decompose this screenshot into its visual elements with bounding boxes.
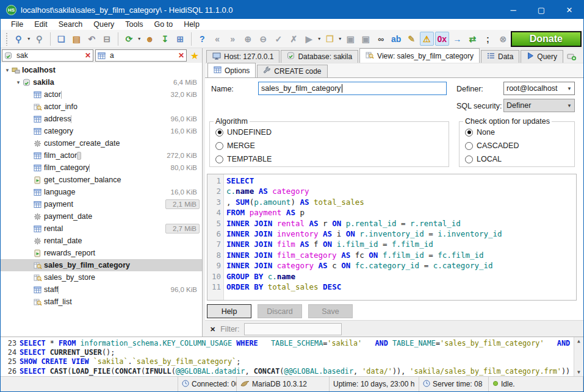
help-button[interactable]: Help [207,304,251,318]
bind-params-icon[interactable]: ⇄ [466,32,480,46]
menu-search[interactable]: Search [53,20,88,29]
export-database-icon[interactable]: ↧ [158,32,172,46]
find-icon[interactable]: ∞ [374,32,388,46]
donate-button[interactable]: Donate [511,31,582,47]
clear-table-filter-icon[interactable]: ✕ [178,51,184,60]
menu-query[interactable]: Query [88,20,120,29]
replace-icon[interactable]: ab [389,32,403,46]
definer-combobox[interactable]: root@localhost▼ [503,82,575,95]
save-button[interactable]: Save [308,304,353,318]
algorithm-option-merge[interactable]: MERGE [210,139,449,152]
filter-input[interactable] [244,323,342,335]
save-settings-icon[interactable]: ⊞ [173,32,187,46]
tree-item-payment[interactable]: payment2,1 MiB [1,198,202,210]
menu-help[interactable]: Help [178,20,205,29]
tree-item-customer_create_date[interactable]: customer_create_date [1,137,202,149]
tree-item-rewards_report[interactable]: rewards_report [1,247,202,259]
refresh-icon[interactable]: ⟳ [122,32,136,46]
menu-tools[interactable]: Tools [120,20,148,29]
load-sql-file-icon[interactable]: ❒ [323,32,337,46]
check-option-option-cascaded[interactable]: CASCADED [460,139,574,152]
save-sql-as-icon[interactable]: ▣ [359,32,373,46]
tab-query[interactable]: Query [521,50,563,63]
session-manager-icon[interactable]: ⚲ [12,32,26,46]
tree-item-sakila[interactable]: ▾sakila6,4 MiB [1,76,202,88]
chevron-down-icon[interactable]: ▼ [26,32,32,46]
tab-view[interactable]: View: sales_by_film_category [359,48,480,63]
menu-go-to[interactable]: Go to [149,20,179,29]
tab-data[interactable]: Data [481,50,519,63]
chevron-down-icon[interactable]: ▼ [137,32,142,46]
tab-database[interactable]: Database: sakila [281,50,358,63]
tree-item-actor[interactable]: actor32,0 KiB [1,88,202,101]
print-icon[interactable]: ⊟ [100,32,114,46]
menu-file[interactable]: File [5,20,29,29]
database-filter-input[interactable]: sak [16,51,83,60]
save-sql-icon[interactable]: ▣ [344,32,358,46]
table-filter-input[interactable]: a [110,51,176,60]
discard-button[interactable]: Discard [258,304,302,318]
stop-icon[interactable]: ⊗ [496,32,510,46]
close-button[interactable]: ✕ [555,1,583,19]
paste-icon[interactable]: ▤ [70,32,84,46]
tree-item-category[interactable]: category16,0 KiB [1,125,202,137]
radio-button[interactable] [215,129,223,137]
delete-row-icon[interactable]: ⊖ [256,32,270,46]
expand-arrow-icon[interactable]: ▾ [3,67,12,73]
chevron-down-icon[interactable]: ▼ [337,32,343,46]
subtab-options[interactable]: Options [207,63,256,77]
tree-item-rental[interactable]: rental2,7 MiB [1,223,202,235]
user-manager-icon[interactable]: ☻ [143,32,157,46]
sql-code[interactable]: SELECTc.name AS category, SUM(p.amount) … [224,174,576,300]
disconnect-icon[interactable]: ⚲ [32,32,46,46]
check-option-option-none[interactable]: None [460,126,574,139]
subtab-create-code[interactable]: CREATE code [257,65,327,77]
tab-host[interactable]: Host: 127.0.0.1 [206,50,279,63]
tree-item-rental_date[interactable]: rental_date [1,235,202,247]
database-filter[interactable]: sak ✕ [2,49,93,62]
tree-item-address[interactable]: address96,0 KiB [1,113,202,125]
tree-item-staff[interactable]: staff96,0 KiB [1,283,202,296]
algorithm-option-undefined[interactable]: UNDEFINED [210,126,449,139]
indent-icon[interactable]: → [450,32,464,46]
algorithm-option-temptable[interactable]: TEMPTABLE [210,152,449,166]
help-icon[interactable]: ? [195,32,209,46]
sql-log-panel[interactable]: 23SELECT * FROM information_schema.KEY_C… [1,337,583,376]
tree-item-film_actor[interactable]: film_actor272,0 KiB [1,149,202,162]
tree-item-payment_date[interactable]: payment_date [1,210,202,223]
copy-icon[interactable]: ❏ [54,32,68,46]
scroll-up-icon[interactable]: ▲ [577,338,580,344]
tree-item-sales_by_store[interactable]: sales_by_store [1,271,202,283]
radio-button[interactable] [215,142,223,150]
maximize-button[interactable]: ▢ [527,1,555,19]
log-scrollbar[interactable]: ▲ ▼ [574,337,583,376]
delimiter-icon[interactable]: ; [481,32,495,46]
tree-item-localhost[interactable]: ▾localhost [1,64,202,76]
insert-row-icon[interactable]: ⊕ [241,32,255,46]
tree-item-get_customer_balance[interactable]: get_customer_balance [1,174,202,186]
chevron-down-icon[interactable]: ▼ [317,32,322,46]
radio-button[interactable] [465,129,473,137]
view-name-input[interactable]: sales_by_film_category [258,82,447,95]
post-changes-icon[interactable]: ✓ [272,32,286,46]
tree-item-sales_by_film_category[interactable]: sales_by_film_category [1,259,202,271]
table-filter[interactable]: a ✕ [95,49,187,62]
close-filter-icon[interactable]: ✕ [210,326,215,333]
blob-as-text-icon[interactable]: ⚠ [420,32,434,46]
new-query-tab-icon[interactable] [567,52,577,61]
undo-icon[interactable]: ↶ [85,32,99,46]
tree-item-language[interactable]: language16,0 KiB [1,186,202,198]
radio-button[interactable] [465,155,473,163]
menu-edit[interactable]: Edit [29,20,53,29]
expand-arrow-icon[interactable]: ▾ [14,79,23,85]
tree-item-actor_info[interactable]: actor_info [1,101,202,113]
execute-sql-icon[interactable]: ▶ [302,32,316,46]
clear-database-filter-icon[interactable]: ✕ [85,51,91,60]
sql-security-combobox[interactable]: Definer▼ [503,99,575,112]
scroll-down-icon[interactable]: ▼ [577,369,580,375]
minimize-button[interactable]: ─ [499,1,527,19]
tree-item-film_category[interactable]: film_category80,0 KiB [1,162,202,174]
view-sql-editor[interactable]: 1234567891011 SELECTc.name AS category, … [207,174,577,301]
first-row-icon[interactable]: « [211,32,225,46]
last-row-icon[interactable]: » [226,32,240,46]
